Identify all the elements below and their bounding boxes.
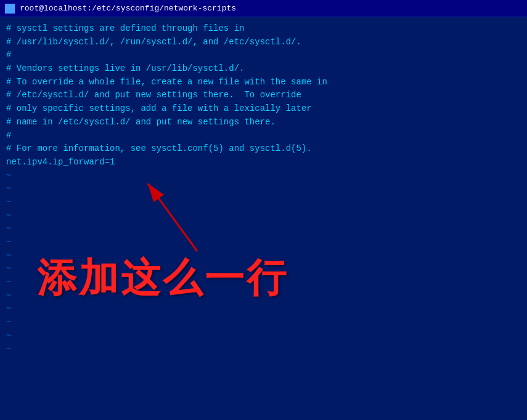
title-bar-icon [5,4,15,14]
title-bar-text: root@localhost:/etc/sysconfig/network-sc… [20,4,236,13]
terminal-content: # sysctl settings are defined through fi… [6,22,521,356]
title-bar: root@localhost:/etc/sysconfig/network-sc… [0,0,527,17]
svg-rect-2 [6,5,8,7]
terminal: # sysctl settings are defined through fi… [0,17,527,420]
